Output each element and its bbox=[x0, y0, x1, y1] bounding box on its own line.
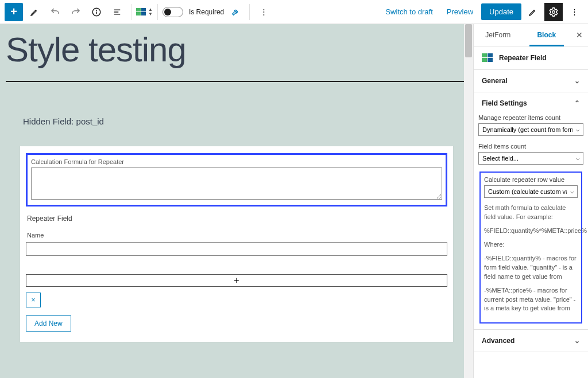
panel-field-settings-toggle[interactable]: Field Settings ⌃ bbox=[474, 92, 588, 114]
items-count-label: Field items count bbox=[478, 143, 583, 150]
block-type-header: Repeater Field bbox=[474, 46, 588, 70]
move-arrows[interactable]: ▲▼ bbox=[148, 7, 153, 17]
panel-advanced: Advanced ⌄ bbox=[474, 330, 588, 352]
name-label: Name bbox=[27, 232, 447, 239]
calc-formula-label: Calculation Formula for Repeater bbox=[31, 158, 442, 165]
calc-formula-input[interactable] bbox=[31, 167, 442, 200]
switch-draft-button[interactable]: Switch to draft bbox=[380, 4, 438, 20]
panel-advanced-label: Advanced bbox=[482, 337, 514, 345]
calc-row-select[interactable]: Custom (calculate custom value for each bbox=[484, 185, 578, 198]
svg-point-2 bbox=[96, 10, 97, 10]
update-button[interactable]: Update bbox=[481, 3, 521, 20]
panel-general: General ⌄ bbox=[474, 70, 588, 92]
chevron-down-icon: ⌄ bbox=[574, 77, 580, 85]
manage-count-label: Manage repeater items count bbox=[478, 114, 583, 121]
toolbar-separator bbox=[157, 4, 158, 20]
sidebar-tabs: JetForm Block ✕ bbox=[474, 24, 588, 46]
edit-icon[interactable] bbox=[25, 3, 44, 21]
preview-button[interactable]: Preview bbox=[441, 4, 479, 20]
toolbar-separator bbox=[131, 4, 131, 20]
calc-formula-highlight: Calculation Formula for Repeater bbox=[26, 153, 447, 206]
jet-icon[interactable] bbox=[524, 3, 542, 21]
repeater-card: Calculation Formula for Repeater Repeate… bbox=[20, 146, 453, 342]
calc-value-highlight: Calculate repeater row value Custom (cal… bbox=[479, 172, 582, 324]
calc-row-label: Calculate repeater row value bbox=[484, 176, 578, 183]
info-icon[interactable] bbox=[87, 3, 106, 21]
add-block-button[interactable]: + bbox=[5, 3, 23, 21]
kebab-icon[interactable]: ⋮ bbox=[565, 3, 583, 21]
toolbar-separator bbox=[249, 4, 250, 20]
more-icon[interactable]: ⋮ bbox=[254, 3, 273, 21]
page-title[interactable]: Style testing bbox=[6, 30, 467, 69]
repeater-icon bbox=[482, 53, 493, 63]
chevron-up-icon: ⌃ bbox=[574, 99, 580, 107]
tab-jetform[interactable]: JetForm bbox=[474, 24, 523, 46]
title-divider bbox=[6, 81, 467, 82]
redo-icon[interactable] bbox=[67, 3, 85, 21]
editor-canvas: Style testing Hidden Field: post_id Calc… bbox=[0, 24, 473, 378]
close-sidebar-icon[interactable]: ✕ bbox=[571, 24, 588, 46]
manage-count-select[interactable]: Dynamically (get count from form field) bbox=[478, 123, 583, 136]
remove-row-button[interactable]: × bbox=[26, 293, 41, 307]
settings-icon[interactable] bbox=[544, 3, 563, 21]
panel-field-settings: Field Settings ⌃ Manage repeater items c… bbox=[474, 92, 588, 330]
is-required-toggle[interactable] bbox=[163, 7, 183, 17]
top-toolbar: + ▲▼ Is Required ⋮ Switch to draft Previ… bbox=[0, 0, 588, 24]
panel-field-settings-label: Field Settings bbox=[482, 99, 527, 107]
scrollbar[interactable] bbox=[464, 24, 473, 378]
panel-general-label: General bbox=[482, 77, 508, 85]
add-row-button[interactable]: + bbox=[26, 274, 447, 287]
undo-icon[interactable] bbox=[46, 3, 64, 21]
repeater-icon bbox=[136, 8, 146, 15]
add-new-button[interactable]: Add New bbox=[26, 315, 71, 332]
chevron-down-icon: ⌄ bbox=[574, 337, 580, 345]
sidebar: JetForm Block ✕ Repeater Field General ⌄… bbox=[473, 24, 588, 378]
hidden-field-label[interactable]: Hidden Field: post_id bbox=[23, 116, 467, 126]
items-count-select[interactable]: Select field... bbox=[478, 152, 583, 165]
block-type-name: Repeater Field bbox=[499, 54, 547, 62]
name-input[interactable] bbox=[26, 242, 447, 256]
outline-icon[interactable] bbox=[108, 3, 126, 21]
is-required-label: Is Required bbox=[189, 8, 224, 16]
block-type-chip[interactable] bbox=[136, 8, 146, 15]
calc-help-text: Set math formula to calculate field valu… bbox=[484, 204, 578, 313]
tab-block[interactable]: Block bbox=[523, 24, 571, 46]
panel-advanced-toggle[interactable]: Advanced ⌄ bbox=[474, 330, 588, 352]
svg-point-6 bbox=[552, 10, 555, 13]
wrench-icon[interactable] bbox=[226, 3, 245, 21]
panel-general-toggle[interactable]: General ⌄ bbox=[474, 70, 588, 92]
repeater-field-label: Repeater Field bbox=[27, 215, 447, 223]
